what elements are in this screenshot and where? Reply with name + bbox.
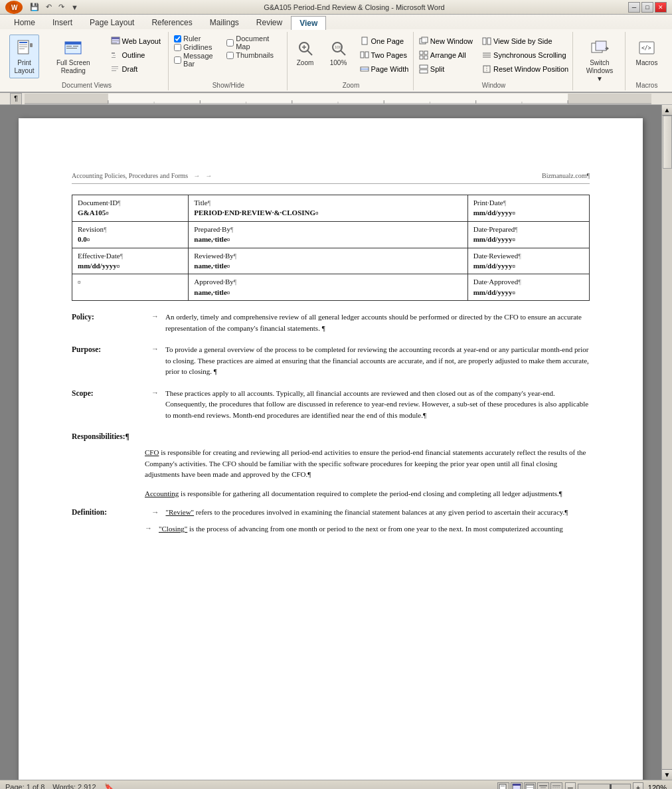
thumbnails-checkbox[interactable]: Thumbnails [226,51,282,59]
vertical-scrollbar[interactable]: ▲ ▼ [661,105,672,780]
document-info-table: Document·ID¶ G&A105¤ Title¶ PERIOD·END·R… [72,195,590,301]
minimize-button[interactable]: ─ [628,2,640,13]
draft-view-icon[interactable] [550,782,562,790]
arrange-all-button[interactable]: Arrange All [416,48,476,62]
view-side-by-side-button[interactable]: View Side by Side [479,35,572,48]
draft-label: Draft [122,65,138,73]
tab-home[interactable]: Home [5,15,44,29]
table-row: Effective·Date¶ mm/dd/yyyy¤ Reviewed·By¶… [72,248,590,274]
svg-rect-10 [66,46,72,46]
quick-access-redo[interactable]: ↷ [56,1,66,13]
full-screen-reading-button[interactable]: Full Screen Reading [42,35,105,78]
two-pages-label: Two Pages [371,51,407,59]
print-layout-view-icon[interactable] [497,782,509,790]
document-map-check[interactable] [226,39,234,46]
office-logo[interactable]: W [5,1,23,14]
thumbnails-check[interactable] [226,52,234,59]
print-layout-button[interactable]: PrintLayout [9,35,39,78]
svg-rect-71 [499,784,506,790]
document-map-checkbox[interactable]: Document Map [226,35,282,50]
table-cell-revision: Revision¶ 0.0¤ [72,221,189,248]
svg-rect-21 [112,66,118,67]
switch-windows-button[interactable]: SwitchWindows ▼ [578,35,621,86]
synchronous-scrolling-button[interactable]: Synchronous Scrolling [479,48,572,62]
purpose-section: Purpose: → To provide a general overview… [72,344,590,380]
new-window-button[interactable]: New Window [416,35,476,48]
switch-windows-label: SwitchWindows ▼ [583,59,616,83]
svg-marker-54 [606,46,609,50]
one-page-button[interactable]: One Page [357,35,412,48]
svg-rect-38 [420,51,423,54]
header-arrow2: → [205,171,212,181]
draft-button[interactable]: Draft [108,62,165,76]
two-pages-button[interactable]: Two Pages [357,48,412,62]
scroll-up-button[interactable]: ▲ [662,105,672,116]
revision-value: 0.0¤ [78,235,90,243]
zoom-slider[interactable] [578,784,631,790]
scroll-down-button[interactable]: ▼ [662,769,672,780]
svg-rect-33 [365,52,369,58]
web-layout-view-icon[interactable] [524,782,536,790]
page-width-label: Page Width [371,65,409,73]
quick-access-undo[interactable]: ↶ [44,1,54,13]
table-cell-date-reviewed: Date·Reviewed¶ mm/dd/yyyy¤ [467,248,589,274]
zoom-100-button[interactable]: 100 100% [323,35,354,70]
ribbon-tab-bar: Home Insert Page Layout References Maili… [0,15,672,29]
prepared-by-value: name,·title¤ [194,235,230,243]
full-screen-reading-label: Full Screen Reading [46,59,100,75]
zoom-button[interactable]: Zoom [290,35,321,70]
scope-arrow: → [145,388,165,398]
svg-rect-15 [112,37,120,39]
document-scroll[interactable]: Accounting Policies, Procedures and Form… [0,105,661,780]
zoom-out-button[interactable]: ─ [565,782,576,790]
paragraph-marker-btn[interactable]: ¶ [10,93,22,105]
zoom-options-col: One Page Two Pages Page Width [357,35,412,76]
title-bar-left: W 💾 ↶ ↷ ▼ [5,1,80,14]
macros-button[interactable]: </> Macros [631,35,663,70]
svg-rect-72 [501,786,505,786]
svg-rect-39 [424,51,428,54]
quick-access-save[interactable]: 💾 [28,1,41,13]
quick-access-dropdown[interactable]: ▼ [69,2,80,13]
tab-insert[interactable]: Insert [44,15,81,29]
macros-group-label: Macros [636,80,658,89]
definition-closing-arrow: → [72,523,159,533]
svg-rect-40 [420,56,423,59]
window-col2: View Side by Side Synchronous Scrolling … [479,35,572,76]
ruler-checkbox[interactable]: Ruler [174,35,224,43]
maximize-button[interactable]: □ [641,2,653,13]
reset-window-position-button[interactable]: Reset Window Position [479,62,572,76]
tab-mailings[interactable]: Mailings [201,15,248,29]
purpose-text: To provide a general overview of the pro… [165,344,590,377]
web-layout-button[interactable]: Web Layout [108,35,165,48]
ruler-check[interactable] [174,35,181,43]
zoom-in-button[interactable]: + [633,782,643,790]
table-cell-approved-by: Approved·By¶ name,·title¤ [189,274,467,301]
policy-text: An orderly, timely and comprehensive rev… [165,311,590,333]
page-width-button[interactable]: Page Width [357,62,412,76]
gridlines-check[interactable] [174,44,181,51]
status-bar: Page: 1 of 8 Words: 2,912 🔖 ─ [0,780,672,789]
tab-review[interactable]: Review [248,15,291,29]
reviewed-by-value: name,·title¤ [194,262,230,270]
document-views-content: PrintLayout Full Screen Reading Web Layo… [9,33,164,80]
table-row: Revision¶ 0.0¤ Prepared·By¶ name,·title¤… [72,221,590,248]
policy-arrow: → [145,311,165,321]
tab-references[interactable]: References [143,15,201,29]
effective-date-label: Effective·Date¶ [78,252,123,260]
gridlines-checkbox[interactable]: Gridlines [174,43,224,51]
outline-button[interactable]: Outline [108,48,165,62]
outline-view-icon[interactable] [537,782,549,790]
scroll-thumb[interactable] [663,116,672,169]
review-text: refers to the procedures involved in exa… [196,508,568,516]
cfo-text: CFO is responsible for creating and revi… [145,447,590,480]
full-screen-view-icon[interactable] [511,782,523,790]
tab-page-layout[interactable]: Page Layout [81,15,143,29]
message-bar-checkbox[interactable]: Message Bar [174,52,224,68]
close-button[interactable]: ✕ [655,2,667,13]
split-button[interactable]: Split [416,62,476,76]
status-right: ─ + 120% [497,782,667,790]
tab-view[interactable]: View [291,16,326,30]
message-bar-check[interactable] [174,56,181,64]
track-changes-icon: 🔖 [104,783,114,789]
